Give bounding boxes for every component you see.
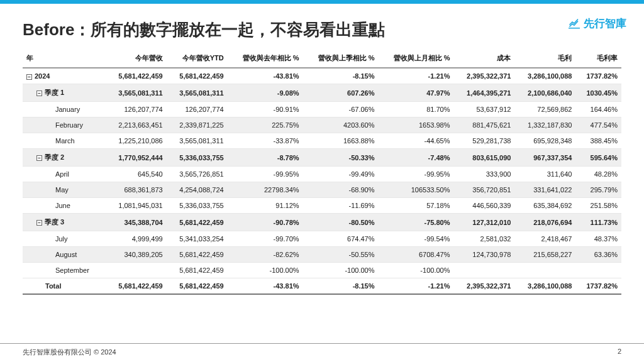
row-cell: 63.36% xyxy=(575,247,621,263)
brand-logo: 先行智庫 xyxy=(569,16,626,31)
row-cell: -100.00% xyxy=(379,263,454,278)
row-cell: 22798.34% xyxy=(228,182,303,198)
row-cell: 1,081,945,031 xyxy=(106,198,167,214)
row-cell: 5,681,422,459 xyxy=(167,263,228,278)
row-cell: 81.70% xyxy=(379,102,454,118)
row-cell: 3,565,081,311 xyxy=(106,84,167,102)
row-cell: 5,681,422,459 xyxy=(106,68,167,84)
row-cell: 1653.98% xyxy=(379,118,454,133)
row-cell: -11.69% xyxy=(303,198,379,214)
table-row: April645,5403,565,726,851-99.95%-99.49%-… xyxy=(23,167,621,182)
row-cell: 5,681,422,459 xyxy=(106,278,167,295)
row-cell: 111.73% xyxy=(575,214,621,231)
row-cell: 218,076,694 xyxy=(514,214,575,231)
row-cell: 127,312,010 xyxy=(453,214,514,231)
table-row: March1,225,210,0863,565,081,311-33.87%16… xyxy=(23,133,621,149)
row-cell: 477.54% xyxy=(575,118,621,133)
page-number: 2 xyxy=(618,348,621,357)
row-cell: -99.95% xyxy=(379,167,454,182)
column-header: 營收與去年相比 % xyxy=(228,50,303,68)
row-cell: 1030.45% xyxy=(575,84,621,102)
row-cell: 674.47% xyxy=(303,231,379,247)
copyright: 先行智庫股份有限公司 © 2024 xyxy=(23,348,116,357)
row-cell: 645,540 xyxy=(106,167,167,182)
row-cell: 3,565,081,311 xyxy=(167,84,228,102)
brand-icon xyxy=(569,19,580,29)
row-cell xyxy=(106,263,167,278)
table-row: −季度 3345,388,7045,681,422,459-90.78%-80.… xyxy=(23,214,621,231)
table-row: January126,207,774126,207,774-90.91%-67.… xyxy=(23,102,621,118)
row-cell: 635,384,692 xyxy=(514,198,575,214)
row-cell: -100.00% xyxy=(228,263,303,278)
row-cell: 295.79% xyxy=(575,182,621,198)
row-cell: 106533.50% xyxy=(379,182,454,198)
row-cell: 215,658,227 xyxy=(514,247,575,263)
row-cell: 331,641,022 xyxy=(514,182,575,198)
row-cell: -68.90% xyxy=(303,182,379,198)
row-cell: 345,388,704 xyxy=(106,214,167,231)
row-cell: 1,332,187,830 xyxy=(514,118,575,133)
table-row: −20245,681,422,4595,681,422,459-43.81%-8… xyxy=(23,68,621,84)
row-cell: 1,464,395,271 xyxy=(453,84,514,102)
row-label: January xyxy=(23,102,106,118)
row-cell: 57.18% xyxy=(379,198,454,214)
row-cell: -43.81% xyxy=(228,68,303,84)
row-cell: 2,213,663,451 xyxy=(106,118,167,133)
collapse-icon[interactable]: − xyxy=(36,90,42,96)
row-cell: -75.80% xyxy=(379,214,454,231)
row-cell: 3,286,100,088 xyxy=(514,68,575,84)
row-cell: 48.37% xyxy=(575,231,621,247)
row-label: June xyxy=(23,198,106,214)
column-header: 毛利率 xyxy=(575,50,621,68)
row-cell: -33.87% xyxy=(228,133,303,149)
row-cell: -9.08% xyxy=(228,84,303,102)
row-cell: 225.75% xyxy=(228,118,303,133)
row-label: August xyxy=(23,247,106,263)
row-label: February xyxy=(23,118,106,133)
column-header: 成本 xyxy=(453,50,514,68)
total-row: Total5,681,422,4595,681,422,459-43.81%-8… xyxy=(23,278,621,295)
row-cell xyxy=(514,263,575,278)
row-cell: -1.21% xyxy=(379,68,454,84)
row-cell: -99.70% xyxy=(228,231,303,247)
row-cell: 124,730,978 xyxy=(453,247,514,263)
row-cell: -8.78% xyxy=(228,149,303,167)
table-row: June1,081,945,0315,336,033,75591.12%-11.… xyxy=(23,198,621,214)
collapse-icon[interactable]: − xyxy=(26,74,32,80)
row-cell: 126,207,774 xyxy=(167,102,228,118)
row-cell: 529,281,738 xyxy=(453,133,514,149)
row-cell: 1,225,210,086 xyxy=(106,133,167,149)
column-header: 今年營收 xyxy=(106,50,167,68)
row-cell: -100.00% xyxy=(303,263,379,278)
row-label: September xyxy=(23,263,106,278)
row-cell: 126,207,774 xyxy=(106,102,167,118)
row-cell xyxy=(453,263,514,278)
row-cell: -7.48% xyxy=(379,149,454,167)
row-cell: 5,681,422,459 xyxy=(167,247,228,263)
row-cell: -50.33% xyxy=(303,149,379,167)
row-cell: 5,336,033,755 xyxy=(167,198,228,214)
row-cell: 688,361,873 xyxy=(106,182,167,198)
row-cell: 356,720,851 xyxy=(453,182,514,198)
row-cell: 72,569,862 xyxy=(514,102,575,118)
row-label: July xyxy=(23,231,106,247)
row-cell: 2,339,871,225 xyxy=(167,118,228,133)
collapse-icon[interactable]: − xyxy=(36,155,42,161)
row-cell: -67.06% xyxy=(303,102,379,118)
row-cell: 6708.47% xyxy=(379,247,454,263)
row-cell: 5,341,033,254 xyxy=(167,231,228,247)
row-cell: 446,560,339 xyxy=(453,198,514,214)
row-cell: -82.62% xyxy=(228,247,303,263)
collapse-icon[interactable]: − xyxy=(36,220,42,226)
row-cell: -44.65% xyxy=(379,133,454,149)
row-label: May xyxy=(23,182,106,198)
row-cell: 3,286,100,088 xyxy=(514,278,575,295)
row-cell: 967,337,354 xyxy=(514,149,575,167)
row-cell: 1737.82% xyxy=(575,68,621,84)
table-row: February2,213,663,4512,339,871,225225.75… xyxy=(23,118,621,133)
row-label: −季度 2 xyxy=(23,149,106,167)
row-cell: 5,336,033,755 xyxy=(167,149,228,167)
row-cell: -90.78% xyxy=(228,214,303,231)
row-cell: 1663.88% xyxy=(303,133,379,149)
row-cell: 595.64% xyxy=(575,149,621,167)
